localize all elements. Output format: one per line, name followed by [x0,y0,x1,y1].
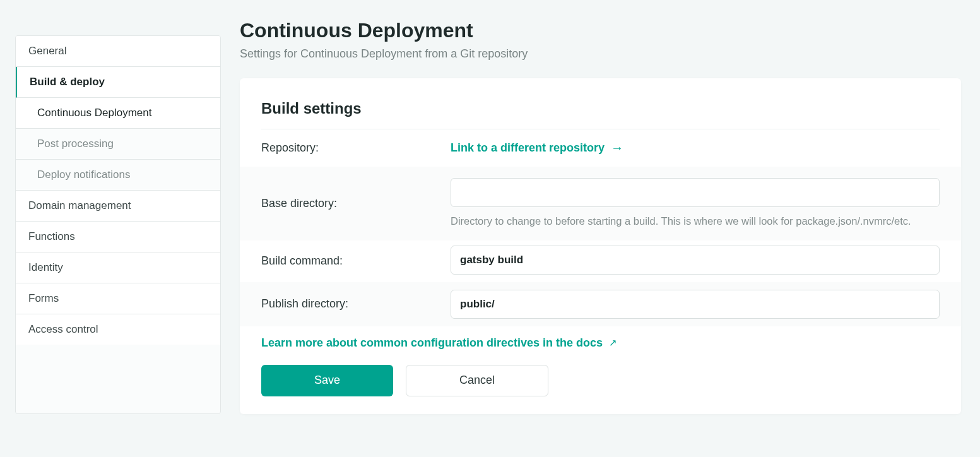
build-command-label: Build command: [261,254,451,268]
publish-directory-input[interactable] [451,290,940,319]
base-directory-help: Directory to change to before starting a… [451,213,940,229]
docs-link-text: Learn more about common configuration di… [261,336,603,350]
cancel-button[interactable]: Cancel [406,365,548,396]
base-directory-row: Base directory: Directory to change to b… [240,167,961,240]
build-command-row: Build command: [261,240,940,282]
link-different-repository[interactable]: Link to a different repository → [451,141,623,155]
publish-directory-row: Publish directory: [240,282,961,326]
panel-title: Build settings [261,100,940,129]
sidebar-item-continuous-deployment[interactable]: Continuous Deployment [16,98,220,129]
external-link-icon: ↗ [609,337,617,348]
sidebar-item-post-processing[interactable]: Post processing [16,129,220,160]
page-subtitle: Settings for Continuous Deployment from … [240,47,961,61]
link-different-repository-text: Link to a different repository [451,141,605,155]
docs-link[interactable]: Learn more about common configuration di… [261,336,617,350]
sidebar-item-deploy-notifications[interactable]: Deploy notifications [16,160,220,191]
arrow-right-icon: → [611,141,623,155]
button-row: Save Cancel [261,365,940,396]
sidebar-item-general[interactable]: General [16,36,220,67]
build-command-input[interactable] [451,246,940,275]
base-directory-label: Base directory: [261,197,451,210]
repository-label: Repository: [261,141,451,155]
save-button[interactable]: Save [261,365,393,396]
repository-row: Repository: Link to a different reposito… [261,129,940,167]
sidebar-item-functions[interactable]: Functions [16,222,220,252]
build-settings-panel: Build settings Repository: Link to a dif… [240,78,961,414]
sidebar-item-identity[interactable]: Identity [16,252,220,283]
page-title: Continuous Deployment [240,19,961,42]
sidebar-item-forms[interactable]: Forms [16,283,220,314]
sidebar-item-build-deploy[interactable]: Build & deploy [16,67,220,98]
settings-sidebar: General Build & deploy Continuous Deploy… [15,35,221,414]
main-content: Continuous Deployment Settings for Conti… [240,19,961,414]
base-directory-input[interactable] [451,178,940,207]
sidebar-item-access-control[interactable]: Access control [16,314,220,345]
sidebar-item-domain-management[interactable]: Domain management [16,191,220,222]
publish-directory-label: Publish directory: [261,297,451,311]
